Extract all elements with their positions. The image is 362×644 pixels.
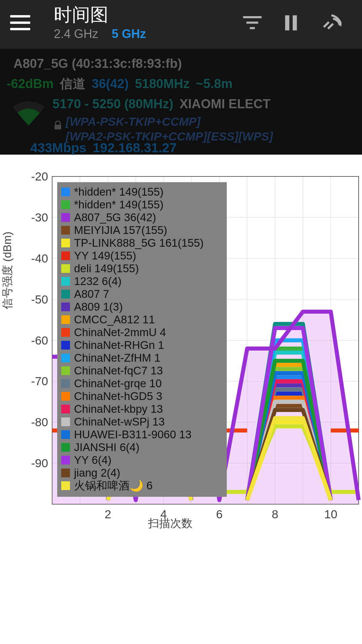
legend-item[interactable]: YY 6(4) [61, 454, 223, 467]
legend-item[interactable]: HUAWEI-B311-9060 13 [61, 428, 223, 441]
legend-swatch [61, 392, 70, 401]
legend-item[interactable]: CMCC_A812 11 [61, 313, 223, 326]
legend-label: A807_5G 36(42) [74, 211, 156, 224]
filter-icon[interactable] [242, 14, 262, 31]
legend-label: ChinaNet-2mmU 4 [74, 326, 166, 339]
freq-range: 5170 - 5250 (80MHz) [52, 97, 173, 111]
svg-text:6: 6 [216, 508, 222, 521]
legend-item[interactable]: ChinaNet-wSPj 13 [61, 415, 223, 428]
band-tabs: 2.4 GHz 5 GHz [54, 27, 146, 41]
legend-label: ChinaNet-kbpy 13 [74, 403, 163, 415]
legend-item[interactable]: deli 149(155) [61, 262, 223, 275]
legend-item[interactable]: A807_5G 36(42) [61, 211, 223, 224]
legend-item[interactable]: ChinaNet-grqe 10 [61, 377, 223, 390]
legend-label: YY 6(4) [74, 454, 111, 467]
svg-rect-3 [285, 15, 290, 31]
pause-icon[interactable] [281, 14, 301, 31]
legend-label: CMCC_A812 11 [74, 313, 155, 326]
legend-swatch [61, 188, 70, 196]
legend-item[interactable]: ChinaNet-RHGn 1 [61, 339, 223, 352]
menu-icon[interactable] [10, 15, 30, 30]
legend-item[interactable]: A809 1(3) [61, 300, 223, 313]
legend-label: ChinaNet-ZfHM 1 [74, 352, 160, 364]
chart-legend[interactable]: *hidden* 149(155)*hidden* 149(155)A807_5… [57, 182, 227, 497]
rate-ip-row: 433Mbps 192.168.31.27 [30, 141, 177, 155]
legend-item[interactable]: TP-LINK888_5G 161(155) [61, 237, 223, 249]
legend-item[interactable]: ChinaNet-fqC7 13 [61, 364, 223, 377]
legend-label: 火锅和啤酒🌙 6 [74, 479, 153, 492]
svg-rect-1 [247, 22, 258, 24]
tab-5ghz[interactable]: 5 GHz [112, 27, 146, 41]
svg-text:2: 2 [105, 508, 111, 521]
legend-label: HUAWEI-B311-9060 13 [74, 428, 191, 441]
legend-label: JIANSHI 6(4) [74, 441, 139, 454]
legend-swatch [61, 417, 70, 426]
legend-label: jiang 2(4) [74, 467, 120, 479]
legend-item[interactable]: YY 149(155) [61, 249, 223, 262]
freq-vendor-row: 5170 - 5250 (80MHz) XIAOMI ELECT [52, 97, 270, 111]
legend-swatch [61, 443, 70, 452]
center-freq: 5180MHz [135, 77, 190, 91]
svg-text:-30: -30 [31, 211, 48, 224]
legend-swatch [61, 328, 70, 337]
legend-label: *hidden* 149(155) [74, 198, 164, 211]
legend-item[interactable]: *hidden* 149(155) [61, 186, 223, 198]
x-axis-label: 扫描次数 [148, 516, 192, 531]
channel-label: 信道 [60, 77, 85, 91]
legend-label: ChinaNet-RHGn 1 [74, 339, 164, 352]
legend-swatch [61, 366, 70, 375]
legend-swatch [61, 341, 70, 350]
svg-text:-20: -20 [31, 171, 48, 183]
legend-item[interactable]: ChinaNet-hGD5 3 [61, 390, 223, 403]
svg-rect-5 [55, 125, 61, 129]
legend-label: ChinaNet-grqe 10 [74, 377, 162, 390]
legend-swatch [61, 303, 70, 311]
legend-swatch [61, 354, 70, 362]
scan-icon[interactable] [321, 14, 341, 31]
security-info: [WPA-PSK-TKIP+CCMP] [WPA2-PSK-TKIP+CCMP]… [66, 114, 273, 144]
connection-detail-panel[interactable]: A807_5G (40:31:3c:f8:93:fb) -62dBm 信道 36… [0, 49, 362, 155]
legend-item[interactable]: A807 7 [61, 288, 223, 300]
svg-text:8: 8 [272, 508, 278, 521]
legend-item[interactable]: ChinaNet-kbpy 13 [61, 403, 223, 415]
svg-rect-2 [250, 27, 255, 29]
svg-text:-60: -60 [31, 334, 48, 347]
legend-swatch [61, 430, 70, 439]
legend-label: A809 1(3) [74, 300, 123, 313]
signal-dbm: -62dBm [7, 77, 53, 91]
svg-text:-40: -40 [31, 252, 48, 265]
legend-swatch [61, 379, 70, 388]
legend-item[interactable]: *hidden* 149(155) [61, 198, 223, 211]
ip-address: 192.168.31.27 [93, 140, 177, 155]
legend-label: deli 149(155) [74, 262, 139, 275]
page-title: 时间图 [54, 3, 108, 27]
legend-swatch [61, 456, 70, 465]
legend-swatch [61, 213, 70, 222]
legend-label: ChinaNet-fqC7 13 [74, 364, 163, 377]
legend-item[interactable]: ChinaNet-ZfHM 1 [61, 352, 223, 364]
legend-item[interactable]: ChinaNet-2mmU 4 [61, 326, 223, 339]
legend-swatch [61, 290, 70, 298]
signal-channel-row: -62dBm 信道 36(42) 5180MHz ~5.8m [7, 77, 232, 91]
legend-label: *hidden* 149(155) [74, 186, 164, 198]
legend-item[interactable]: MEIYIJIA 157(155) [61, 224, 223, 237]
legend-swatch [61, 405, 70, 413]
legend-label: ChinaNet-hGD5 3 [74, 390, 162, 403]
legend-item[interactable]: JIANSHI 6(4) [61, 441, 223, 454]
legend-swatch [61, 481, 70, 490]
svg-text:-70: -70 [31, 374, 48, 388]
legend-item[interactable]: 1232 6(4) [61, 275, 223, 288]
legend-swatch [61, 239, 70, 247]
vendor: XIAOMI ELECT [180, 97, 270, 111]
wifi-signal-icon [10, 97, 47, 128]
legend-label: A807 7 [74, 288, 109, 300]
link-rate: 433Mbps [30, 140, 86, 155]
svg-rect-4 [293, 15, 297, 31]
legend-label: TP-LINK888_5G 161(155) [74, 237, 204, 249]
tab-2-4ghz[interactable]: 2.4 GHz [54, 27, 98, 41]
legend-label: MEIYIJIA 157(155) [74, 224, 167, 237]
legend-item[interactable]: 火锅和啤酒🌙 6 [61, 479, 223, 492]
svg-text:10: 10 [324, 508, 337, 521]
legend-swatch [61, 251, 70, 260]
legend-item[interactable]: jiang 2(4) [61, 467, 223, 479]
